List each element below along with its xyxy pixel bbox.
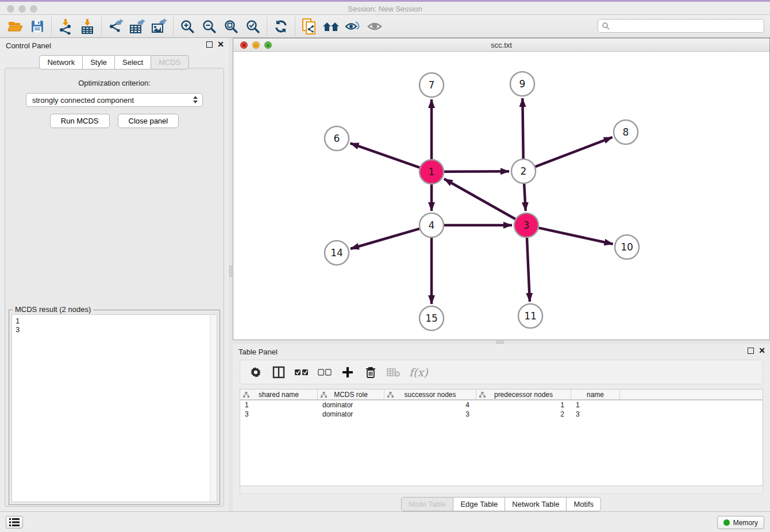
graph-edge-2-3[interactable]	[524, 184, 526, 211]
column-visibility-button[interactable]	[271, 365, 286, 380]
zoom-fit-button[interactable]	[220, 17, 242, 36]
tab-style[interactable]: Style	[82, 55, 115, 70]
cell[interactable]: 3	[384, 410, 476, 418]
tab-edge-table[interactable]: Edge Table	[453, 497, 505, 511]
splitter-grip[interactable]	[229, 265, 232, 277]
criterion-select[interactable]: strongly connected component	[26, 93, 203, 107]
cell[interactable]: 1	[476, 401, 571, 409]
divider-grip[interactable]	[496, 341, 504, 344]
add-column-button[interactable]	[340, 365, 355, 380]
graph-node-7[interactable]: 7	[419, 73, 444, 97]
criterion-value: strongly connected component	[32, 96, 134, 105]
zoom-in-button[interactable]	[176, 17, 198, 36]
task-history-button[interactable]	[6, 516, 23, 529]
graph-edge-3-1[interactable]	[444, 179, 515, 219]
export-table-icon	[129, 18, 145, 34]
result-scrollbar[interactable]	[210, 315, 217, 502]
hide-selected-button[interactable]	[342, 17, 364, 36]
tab-select[interactable]: Select	[114, 55, 151, 70]
select-all-rows-button[interactable]	[294, 365, 309, 380]
toolbar-divider	[51, 17, 52, 36]
cell[interactable]: 1	[240, 401, 318, 409]
tab-network[interactable]: Network	[39, 55, 83, 70]
graph-edge-2-8[interactable]	[536, 137, 613, 167]
graph-node-8[interactable]: 8	[614, 120, 638, 144]
column-header-MCDS-role[interactable]: MCDS role	[318, 390, 384, 399]
column-header-predecessor-nodes[interactable]: predecessor nodes	[476, 390, 571, 399]
close-panel-button[interactable]: Close panel	[118, 114, 179, 128]
export-table-button[interactable]	[126, 17, 148, 36]
table-row[interactable]: 3dominator323	[240, 410, 763, 419]
graph-node-1[interactable]: 1	[419, 160, 444, 184]
table-hscrollbar[interactable]	[240, 486, 763, 494]
new-network-from-selection-button[interactable]	[298, 17, 320, 36]
tab-network-table[interactable]: Network Table	[505, 497, 567, 511]
table-panel-title: Table Panel	[238, 348, 278, 356]
graph-node-15[interactable]: 15	[419, 306, 444, 330]
vertical-splitter[interactable]	[229, 38, 233, 511]
column-header-shared-name[interactable]: shared name	[240, 390, 318, 399]
import-table-button[interactable]	[76, 17, 98, 36]
tab-node-table[interactable]: Node Table	[401, 497, 454, 511]
run-mcds-button[interactable]: Run MCDS	[50, 114, 110, 128]
memory-button[interactable]: Memory	[717, 516, 764, 529]
status-bar: Memory	[0, 511, 770, 532]
column-header-successor-nodes[interactable]: successor nodes	[384, 390, 476, 399]
delete-columns-button[interactable]	[363, 365, 378, 380]
tab-mcds[interactable]: MCDS	[151, 55, 188, 70]
cell[interactable]: dominator	[318, 401, 384, 409]
cell[interactable]: 3	[240, 410, 318, 418]
export-network-button[interactable]	[105, 17, 126, 36]
graph-edge-3-10[interactable]	[538, 228, 613, 244]
graph-node-9[interactable]: 9	[510, 72, 534, 96]
graph-edge-1-2[interactable]	[444, 171, 509, 172]
first-neighbors-button[interactable]	[320, 17, 342, 36]
cell[interactable]: 2	[476, 410, 571, 418]
float-panel-icon[interactable]	[206, 41, 213, 48]
close-panel-icon[interactable]: ✕	[217, 41, 224, 48]
export-image-button[interactable]	[148, 17, 170, 36]
graph-node-10[interactable]: 10	[615, 235, 639, 259]
search-input[interactable]	[610, 21, 764, 31]
graph-node-3[interactable]: 3	[514, 213, 538, 237]
graph-edge-2-9[interactable]	[522, 98, 523, 159]
tab-motifs[interactable]: Motifs	[566, 497, 601, 511]
toolbar-divider	[101, 17, 102, 36]
column-header-name[interactable]: name	[571, 390, 620, 399]
graph-edge-3-11[interactable]	[527, 238, 530, 302]
save-session-button[interactable]	[26, 17, 48, 36]
apply-layout-button[interactable]	[270, 17, 292, 36]
deselect-all-rows-button[interactable]	[317, 365, 332, 380]
zoom-out-button[interactable]	[198, 17, 220, 36]
network-canvas[interactable]: 7968124314101511	[233, 52, 769, 340]
cell[interactable]: 4	[384, 401, 476, 409]
node-label: 9	[519, 78, 526, 90]
node-label: 7	[429, 79, 435, 91]
cell[interactable]: dominator	[318, 410, 384, 418]
close-table-panel-icon[interactable]: ✕	[759, 348, 765, 354]
network-window-titlebar[interactable]: ✕ − ＋ scc.txt	[233, 38, 769, 52]
open-folder-icon	[7, 20, 24, 33]
graph-node-4[interactable]: 4	[419, 213, 444, 237]
graph-node-14[interactable]: 14	[325, 241, 349, 265]
show-all-button[interactable]	[364, 17, 386, 36]
table-options-button[interactable]	[248, 365, 263, 380]
import-network-icon	[58, 18, 73, 34]
graph-edge-4-14[interactable]	[351, 229, 419, 249]
node-table[interactable]: shared nameMCDS rolesuccessor nodesprede…	[240, 389, 763, 486]
graph-edge-1-6[interactable]	[351, 143, 420, 167]
graph-node-2[interactable]: 2	[511, 159, 536, 183]
float-table-panel-icon[interactable]	[748, 348, 754, 354]
zoom-selected-button[interactable]	[242, 17, 264, 36]
cell[interactable]: 3	[571, 410, 620, 418]
mcds-result-text[interactable]: 1 3	[11, 314, 217, 502]
graph-node-11[interactable]: 11	[518, 304, 542, 328]
cell[interactable]: 1	[571, 401, 620, 409]
open-session-button[interactable]	[5, 17, 26, 36]
import-network-button[interactable]	[55, 17, 76, 36]
table-row[interactable]: 1dominator411	[240, 400, 763, 410]
network-window: ✕ − ＋ scc.txt 7968124314101511	[233, 38, 770, 340]
graph-node-6[interactable]: 6	[325, 126, 349, 151]
search-box[interactable]	[598, 19, 764, 33]
horizontal-divider[interactable]	[233, 340, 770, 344]
